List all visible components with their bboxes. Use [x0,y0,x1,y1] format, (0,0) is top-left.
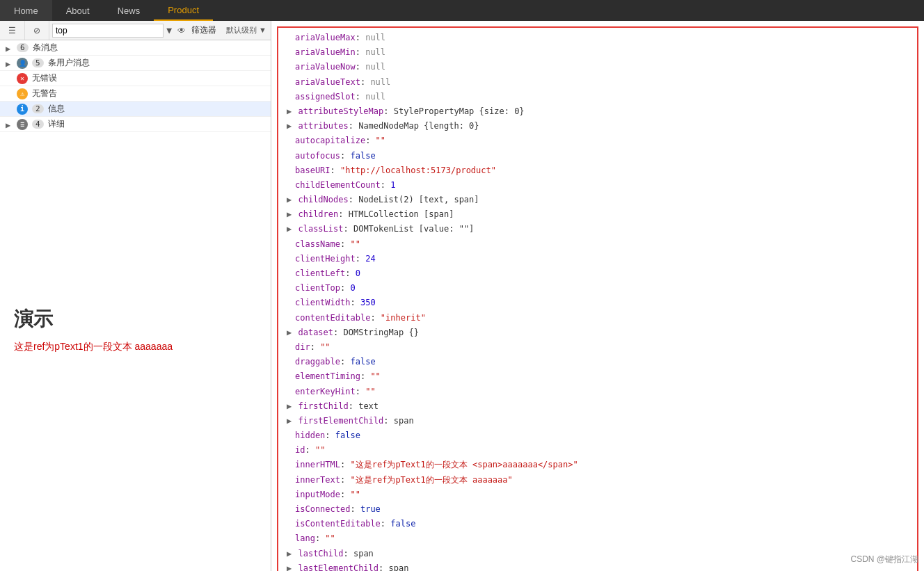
highlight-box: ariaValueMax: null ariaValueMin: null ar… [277,26,918,571]
page-text: 这是ref为pText1的一段文本 aaaaaaa [14,341,257,353]
highlight-wrapper: ariaValueMax: null ariaValueMin: null ar… [271,26,924,571]
console-row-no-warnings[interactable]: ▶ ⚠ 无警告 [0,86,271,102]
prop-childnodes[interactable]: ▶ childNodes: NodeList(2) [text, span] [278,193,917,207]
warn-icon: ⚠ [17,88,28,99]
prop-lang: lang: "" [278,531,917,546]
eye-icon[interactable]: 👁 [175,24,189,38]
prop-ariavaluetext: ariaValueText: null [278,75,917,90]
detail-icon: ≡ [17,119,28,130]
properties-content: ariaValueMax: null ariaValueMin: null ar… [271,21,924,571]
nav-item-product[interactable]: Product [154,0,213,21]
nav-item-home[interactable]: Home [0,0,52,21]
prop-hidden: hidden: false [278,428,917,443]
prop-contenteditable: contentEditable: "inherit" [278,311,917,325]
expand-arrow: ▶ [6,44,14,52]
prop-dir: dir: "" [278,340,917,355]
prop-firstelementchild[interactable]: ▶ firstElementChild: span [278,414,917,428]
prop-children[interactable]: ▶ children: HTMLCollection [span] [278,207,917,222]
expand-arrow-6: ▶ [6,120,14,129]
prop-ariavaluenow: ariaValueNow: null [278,60,917,74]
prop-clientleft: clientLeft: 0 [278,266,917,281]
prop-ariavaluemin: ariaValueMin: null [278,45,917,60]
console-row-detail[interactable]: ▶ ≡ 4 详细 [0,117,271,132]
prop-firstchild[interactable]: ▶ firstChild: text [278,399,917,414]
error-icon: ✕ [17,73,28,84]
nav-item-news[interactable]: News [104,0,154,21]
console-row-user-messages[interactable]: ▶ 👤 5 条用户消息 [0,56,271,71]
info-icon: i [17,104,28,115]
prop-ariavaluemax: ariaValueMax: null [278,31,917,45]
console-row-info[interactable]: ▶ i 2 信息 [0,102,271,117]
prop-isconnected: isConnected: true [278,502,917,517]
nav-bar: Home About News Product [0,0,924,21]
prop-classname: className: "" [278,237,917,252]
dropdown-arrow[interactable]: ▼ [166,25,172,35]
page-title: 演示 [14,306,257,332]
console-row-no-errors[interactable]: ▶ ✕ 无错误 [0,71,271,86]
prop-innerhtml: innerHTML: "这是ref为pText1的一段文本 <span>aaaa… [278,458,917,472]
prop-draggable: draggable: false [278,355,917,369]
prop-autocapitalize: autocapitalize: "" [278,134,917,148]
prop-attributestylemap[interactable]: ▶ attributeStyleMap: StylePropertyMap {s… [278,104,917,119]
prop-lastchild[interactable]: ▶ lastChild: span [278,547,917,561]
console-row-all-messages[interactable]: ▶ 6 条消息 [0,40,271,56]
prop-elementtiming: elementTiming: "" [278,369,917,384]
filter-input[interactable] [52,24,164,38]
prop-iscontenteditable: isContentEditable: false [278,517,917,531]
prop-lastelementchild[interactable]: ▶ lastElementChild: span [278,561,917,571]
prop-classlist[interactable]: ▶ classList: DOMTokenList [value: ""] [278,222,917,236]
prop-inputmode: inputMode: "" [278,488,917,502]
nav-item-about[interactable]: About [52,0,104,21]
prop-childelementcount: childElementCount: 1 [278,178,917,193]
prop-dataset[interactable]: ▶ dataset: DOMStringMap {} [278,325,917,340]
prop-clientwidth: clientWidth: 350 [278,296,917,310]
prop-assignedslot: assignedSlot: null [278,90,917,104]
prop-autofocus: autofocus: false [278,149,917,163]
expand-arrow-2: ▶ [6,59,14,67]
prop-clienttop: clientTop: 0 [278,281,917,296]
console-panel: ▶ 6 条消息 ▶ 👤 5 条用户消息 ▶ ✕ 无错误 ▶ ⚠ 无警告 [0,40,271,292]
filter-area: ▼ 👁 筛选器 [49,21,222,40]
default-levels[interactable]: 默认级别 ▼ [222,25,271,35]
page-preview: 演示 这是ref为pText1的一段文本 aaaaaaa [0,292,271,572]
user-icon: 👤 [17,58,28,69]
right-panel: ariaValueMax: null ariaValueMin: null ar… [271,21,924,571]
devtools-tabs: ☰ ⊘ ▼ 👁 筛选器 默认级别 ▼ [0,21,271,40]
watermark: CSDN @键指江湖 [850,554,918,565]
prop-baseuri: baseURI: "http://localhost:5173/product" [278,163,917,178]
left-panel: ☰ ⊘ ▼ 👁 筛选器 默认级别 ▼ ▶ 6 条消息 [0,21,271,571]
prop-attributes[interactable]: ▶ attributes: NamedNodeMap {length: 0} [278,119,917,134]
devtools-panel: ☰ ⊘ ▼ 👁 筛选器 默认级别 ▼ ▶ 6 条消息 [0,21,924,571]
tab-disable[interactable]: ⊘ [25,21,49,40]
prop-enterkeyhint: enterKeyHint: "" [278,385,917,399]
prop-innertext: innerText: "这是ref为pText1的一段文本 aaaaaaa" [278,473,917,488]
tab-elements[interactable]: ☰ [0,21,25,40]
prop-id: id: "" [278,443,917,458]
prop-clientheight: clientHeight: 24 [278,252,917,266]
